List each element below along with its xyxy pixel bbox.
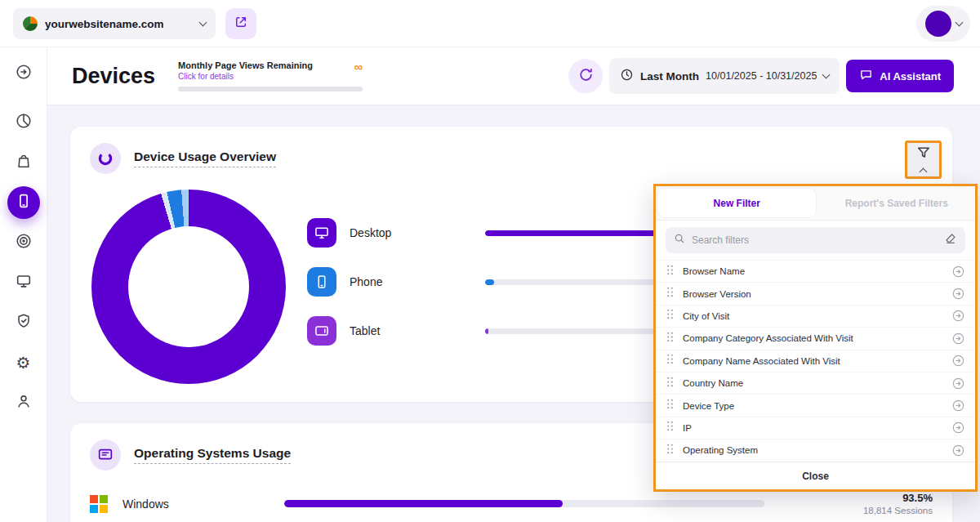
ai-assistant-label: AI Assistant <box>880 70 941 83</box>
arrow-right-circle-icon[interactable] <box>951 377 965 390</box>
funnel-icon <box>915 145 932 164</box>
filter-item-label: Company Category Associated With Visit <box>683 333 853 343</box>
phone-icon <box>307 267 336 297</box>
avatar <box>925 11 951 37</box>
drag-handle-icon <box>666 376 675 391</box>
sidebar-item-ecommerce[interactable] <box>7 146 40 179</box>
tab-saved-filters[interactable]: Report's Saved Filters <box>818 186 976 220</box>
chat-icon <box>859 68 873 84</box>
os-bar-fill <box>284 500 563 507</box>
filter-list: Browser Name Browser Version City of Vis… <box>656 260 975 462</box>
top-bar: yourwebsitename.com <box>0 0 980 47</box>
sidebar-item-account[interactable] <box>7 386 40 419</box>
filter-item-country-name[interactable]: Country Name <box>656 372 975 394</box>
os-bar-track <box>284 500 764 507</box>
filter-item-label: Device Type <box>683 401 734 411</box>
page-header: Devices Monthly Page Views Remaining Cli… <box>47 47 980 105</box>
chevron-up-icon <box>920 168 928 176</box>
drag-handle-icon <box>666 264 675 279</box>
shield-check-icon <box>15 312 33 333</box>
os-row-windows: Windows 93.5% 18,814 Sessions <box>90 492 933 515</box>
windows-logo-icon <box>90 495 108 513</box>
sidebar-item-behavior[interactable] <box>7 226 40 259</box>
filter-search-input[interactable] <box>692 234 938 246</box>
website-selector[interactable]: yourwebsitename.com <box>13 8 216 39</box>
period-range: 10/01/2025 - 10/31/2025 <box>706 70 817 82</box>
arrow-right-circle-icon[interactable] <box>951 309 965 323</box>
external-link-icon <box>234 15 248 33</box>
filter-item-label: Operating System <box>683 445 758 455</box>
drag-handle-icon <box>666 420 675 435</box>
website-name: yourwebsitename.com <box>45 18 193 30</box>
device-icon <box>15 192 33 213</box>
monitor-icon <box>15 272 33 293</box>
drag-handle-icon <box>666 353 675 368</box>
arrow-right-circle-icon[interactable] <box>951 332 965 346</box>
filter-item-label: Company Name Associated With Visit <box>683 356 840 366</box>
ai-assistant-button[interactable]: AI Assistant <box>846 60 954 92</box>
shopping-bag-icon <box>15 152 33 173</box>
filter-item-browser-version[interactable]: Browser Version <box>656 282 975 304</box>
filter-item-operating-system[interactable]: Operating System <box>656 439 975 461</box>
filter-item-browser-name[interactable]: Browser Name <box>656 260 975 282</box>
filter-button[interactable] <box>905 141 942 179</box>
chevron-down-icon <box>199 18 207 26</box>
arrow-right-circle-icon[interactable] <box>951 354 965 368</box>
os-card-title: Operating Systems Usage <box>134 446 291 464</box>
os-percentage: 93.5% <box>863 492 933 504</box>
os-sessions: 18,814 Sessions <box>863 506 933 515</box>
refresh-icon <box>578 67 594 86</box>
date-range-selector[interactable]: Last Month 10/01/2025 - 10/31/2025 <box>609 58 840 94</box>
filter-item-ip[interactable]: IP <box>656 417 975 439</box>
pageviews-details-link[interactable]: Click for details <box>178 72 313 81</box>
arrow-right-circle-icon[interactable] <box>951 287 965 301</box>
sidebar-item-expand[interactable] <box>7 57 40 90</box>
arrow-right-circle-icon[interactable] <box>951 421 965 435</box>
os-label: Windows <box>122 497 284 511</box>
device-card-title: Device Usage Overview <box>134 149 276 167</box>
app-window: yourwebsitename.com <box>0 0 980 522</box>
donut-chart <box>91 190 286 384</box>
eraser-icon[interactable] <box>944 232 957 248</box>
drag-handle-icon <box>666 286 675 301</box>
sidebar-item-settings[interactable]: ⚙ <box>7 346 40 379</box>
person-icon <box>15 392 33 413</box>
legend-label: Tablet <box>350 324 485 337</box>
drag-handle-icon <box>666 398 675 413</box>
pageviews-progress-bar <box>178 87 363 91</box>
arrow-right-circle-icon[interactable] <box>951 444 965 457</box>
sidebar-item-privacy[interactable] <box>7 306 40 339</box>
open-website-button[interactable] <box>225 8 256 39</box>
desktop-icon <box>307 218 336 248</box>
chevron-down-icon <box>822 70 831 78</box>
sidebar-nav: ⚙ <box>0 47 47 522</box>
pageviews-value: ∞ <box>354 60 363 73</box>
account-menu[interactable] <box>916 6 970 42</box>
filter-panel: New Filter Report's Saved Filters Browse… <box>653 184 978 492</box>
drag-handle-icon <box>666 443 675 458</box>
sidebar-item-devices[interactable] <box>7 186 40 219</box>
refresh-button[interactable] <box>568 59 603 93</box>
sidebar-item-communication[interactable] <box>7 266 40 299</box>
drag-handle-icon <box>666 331 675 346</box>
arrow-circle-icon <box>15 63 33 84</box>
donut-chart-icon <box>90 143 121 174</box>
target-icon <box>15 232 33 253</box>
legend-bar-fill <box>485 279 494 285</box>
period-label: Last Month <box>640 70 699 83</box>
close-button[interactable]: Close <box>656 462 975 489</box>
os-monitor-icon <box>90 439 121 471</box>
filter-item-device-type[interactable]: Device Type <box>656 394 975 416</box>
legend-label: Desktop <box>350 226 485 239</box>
filter-item-company-category[interactable]: Company Category Associated With Visit <box>656 327 975 349</box>
arrow-right-circle-icon[interactable] <box>951 265 965 279</box>
sidebar-item-dashboard[interactable] <box>7 106 40 139</box>
filter-item-company-name[interactable]: Company Name Associated With Visit <box>656 350 975 372</box>
filter-item-city-of-visit[interactable]: City of Visit <box>656 305 975 327</box>
chevron-down-icon <box>955 18 963 26</box>
tab-new-filter[interactable]: New Filter <box>658 189 816 217</box>
arrow-right-circle-icon[interactable] <box>951 399 965 413</box>
filter-item-label: Browser Name <box>683 266 745 276</box>
legend-bar-fill <box>485 328 488 334</box>
filter-item-label: IP <box>683 423 692 433</box>
